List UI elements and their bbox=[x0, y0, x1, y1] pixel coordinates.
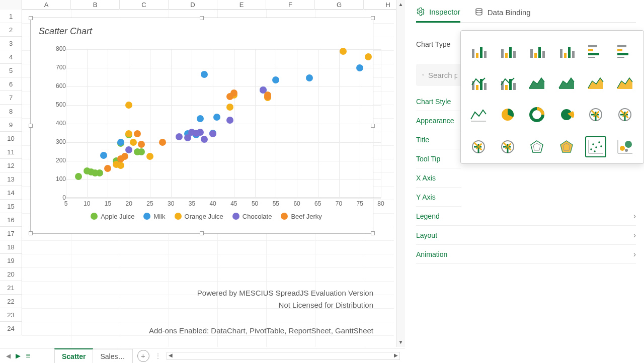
data-point[interactable] bbox=[306, 74, 313, 81]
chart-type-option-bar-clustered[interactable] bbox=[585, 40, 606, 61]
prop-section-appearance[interactable]: Appearance bbox=[416, 111, 461, 130]
chart-type-option-clustered-column[interactable] bbox=[468, 40, 489, 61]
add-sheet-button[interactable]: + bbox=[137, 350, 149, 362]
data-point[interactable] bbox=[138, 141, 145, 148]
search-input[interactable] bbox=[428, 71, 457, 79]
column-header-C[interactable]: C bbox=[120, 0, 169, 10]
row-header-6[interactable]: 6 bbox=[0, 77, 22, 91]
chart-type-option-bubble[interactable] bbox=[614, 136, 635, 157]
resize-handle-s[interactable] bbox=[200, 231, 204, 235]
data-point[interactable] bbox=[213, 114, 220, 121]
chart-type-option-radar-filled[interactable] bbox=[556, 136, 577, 157]
column-header-E[interactable]: E bbox=[217, 0, 266, 10]
data-point[interactable] bbox=[201, 71, 208, 78]
chart-type-popup[interactable] bbox=[460, 30, 644, 164]
data-point[interactable] bbox=[226, 117, 233, 124]
tab-list-icon[interactable]: ≡ bbox=[23, 351, 33, 360]
row-header-3[interactable]: 3 bbox=[0, 37, 22, 50]
row-header-20[interactable]: 20 bbox=[0, 267, 22, 281]
resize-handle-n[interactable] bbox=[200, 16, 204, 20]
chart-object[interactable]: Scatter Chart 01002003004005006007008005… bbox=[30, 18, 373, 234]
data-point[interactable] bbox=[75, 173, 82, 180]
row-header-2[interactable]: 2 bbox=[0, 23, 22, 37]
legend-label[interactable]: Orange Juice bbox=[185, 213, 223, 220]
legend-label[interactable]: Milk bbox=[153, 213, 165, 220]
chart-type-option-scatter[interactable] bbox=[585, 136, 606, 157]
prop-section-title[interactable]: Title bbox=[416, 130, 461, 149]
prop-section-x-axis[interactable]: X Axis bbox=[416, 168, 461, 188]
data-point[interactable] bbox=[104, 165, 111, 172]
chart-plot-area[interactable]: 0100200300400500600700800510152025303540… bbox=[66, 49, 381, 198]
row-header-18[interactable]: 18 bbox=[0, 240, 22, 254]
data-point[interactable] bbox=[197, 129, 204, 136]
row-header-12[interactable]: 12 bbox=[0, 159, 22, 172]
hscroll-left-icon[interactable]: ◀ bbox=[167, 352, 174, 359]
data-point[interactable] bbox=[272, 76, 279, 83]
chart-type-option-combo-1[interactable] bbox=[468, 72, 489, 93]
data-point[interactable] bbox=[340, 48, 347, 55]
chart-type-option-pie-exploded[interactable] bbox=[556, 104, 577, 125]
resize-handle-ne[interactable] bbox=[371, 16, 375, 20]
data-point[interactable] bbox=[138, 148, 145, 155]
vertical-scrollbar[interactable]: ▲ ▼ bbox=[396, 0, 405, 347]
data-point[interactable] bbox=[365, 53, 372, 60]
accordion-legend[interactable]: Legend› bbox=[416, 207, 636, 226]
chart-type-option-combo-2[interactable] bbox=[497, 72, 518, 93]
data-point[interactable] bbox=[100, 152, 107, 159]
tab-inspector[interactable]: Inspector bbox=[416, 7, 460, 23]
data-point[interactable] bbox=[209, 130, 216, 137]
column-header-G[interactable]: G bbox=[315, 0, 364, 10]
resize-handle-w[interactable] bbox=[29, 124, 33, 128]
data-point[interactable] bbox=[264, 93, 271, 100]
column-header-F[interactable]: F bbox=[266, 0, 315, 10]
sheet-tab-sales[interactable]: Sales… bbox=[93, 349, 132, 363]
row-header-17[interactable]: 17 bbox=[0, 227, 22, 240]
row-header-23[interactable]: 23 bbox=[0, 308, 22, 322]
accordion-layout[interactable]: Layout› bbox=[416, 226, 636, 245]
chart-type-option-stacked-column-3[interactable] bbox=[556, 40, 577, 61]
column-header-B[interactable]: B bbox=[71, 0, 120, 10]
chart-type-option-area-filled-2[interactable] bbox=[614, 72, 635, 93]
prop-section-tool-tip[interactable]: Tool Tip bbox=[416, 149, 461, 168]
tab-data-binding[interactable]: Data Binding bbox=[474, 7, 531, 22]
column-header-D[interactable]: D bbox=[169, 0, 217, 10]
data-point[interactable] bbox=[125, 102, 132, 109]
chart-type-option-column-100[interactable] bbox=[526, 40, 547, 61]
row-header-24[interactable]: 24 bbox=[0, 322, 22, 335]
data-point[interactable] bbox=[125, 146, 132, 153]
data-point[interactable] bbox=[230, 89, 237, 97]
data-point[interactable] bbox=[134, 130, 141, 137]
legend-label[interactable]: Apple Juice bbox=[101, 213, 134, 220]
chart-type-option-pie[interactable] bbox=[497, 104, 518, 125]
scroll-down-icon[interactable]: ▼ bbox=[396, 338, 405, 347]
chart-type-option-sunburst-like[interactable] bbox=[585, 104, 606, 125]
horizontal-scrollbar[interactable]: ◀ ▶ bbox=[167, 352, 400, 360]
legend-label[interactable]: Beef Jerky bbox=[291, 213, 321, 220]
row-header-7[interactable]: 7 bbox=[0, 91, 22, 105]
data-point[interactable] bbox=[117, 162, 124, 169]
data-point[interactable] bbox=[121, 153, 128, 160]
resize-handle-sw[interactable] bbox=[29, 231, 33, 235]
data-point[interactable] bbox=[356, 64, 363, 71]
data-point[interactable] bbox=[146, 153, 153, 160]
property-search[interactable] bbox=[416, 64, 463, 86]
chart-type-option-radial-2[interactable] bbox=[497, 136, 518, 157]
data-point[interactable] bbox=[159, 139, 166, 146]
chart-type-option-area[interactable] bbox=[526, 72, 547, 93]
data-point[interactable] bbox=[130, 139, 137, 146]
data-point[interactable] bbox=[226, 104, 233, 111]
row-header-14[interactable]: 14 bbox=[0, 186, 22, 200]
hscroll-right-icon[interactable]: ▶ bbox=[392, 352, 399, 359]
resize-handle-nw[interactable] bbox=[29, 16, 33, 20]
row-header-1[interactable]: 1 bbox=[0, 10, 22, 23]
row-header-13[interactable]: 13 bbox=[0, 172, 22, 186]
legend-label[interactable]: Chocolate bbox=[243, 213, 272, 220]
chart-type-option-doughnut[interactable] bbox=[526, 104, 547, 125]
chart-type-option-bar-stacked[interactable] bbox=[614, 40, 635, 61]
prop-section-chart-style[interactable]: Chart Style bbox=[416, 92, 461, 111]
data-point[interactable] bbox=[197, 115, 204, 122]
row-header-5[interactable]: 5 bbox=[0, 64, 22, 77]
row-header-11[interactable]: 11 bbox=[0, 145, 22, 159]
prop-section-y-axis[interactable]: Y Axis bbox=[416, 188, 461, 207]
tab-next-icon[interactable]: ▶ bbox=[13, 352, 23, 359]
